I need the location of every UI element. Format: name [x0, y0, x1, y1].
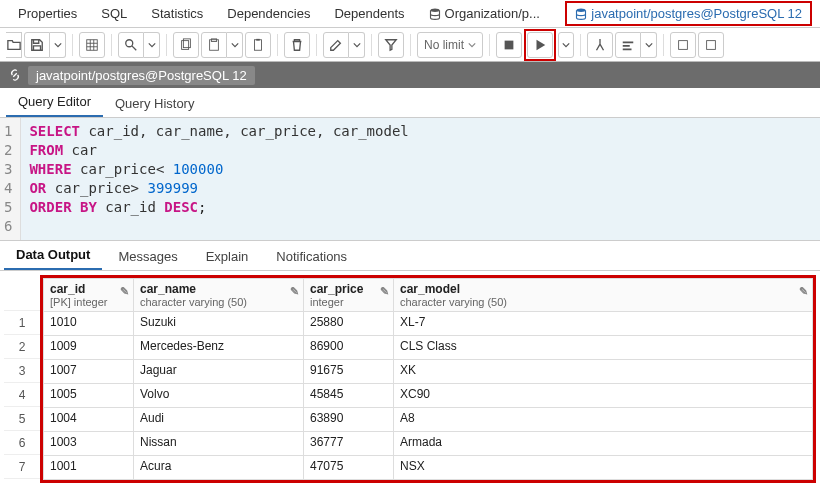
edit-icon[interactable]: ✎: [799, 285, 808, 298]
tab-properties[interactable]: Properties: [8, 1, 87, 26]
cell-car-model[interactable]: Armada: [394, 432, 813, 456]
outtab-explain[interactable]: Explain: [194, 243, 261, 270]
cell-car-id[interactable]: 1004: [44, 408, 134, 432]
subtab-query-editor[interactable]: Query Editor: [6, 88, 103, 117]
results-table[interactable]: car_id[PK] integer ✎ car_namecharacter v…: [43, 278, 813, 480]
database-icon: [429, 8, 441, 20]
output-tabs: Data Output Messages Explain Notificatio…: [0, 241, 820, 271]
clipboard-button[interactable]: [245, 32, 271, 58]
outtab-messages[interactable]: Messages: [106, 243, 189, 270]
cell-car-id[interactable]: 1007: [44, 360, 134, 384]
edit-button[interactable]: [323, 32, 349, 58]
cell-car-model[interactable]: CLS Class: [394, 336, 813, 360]
table-row[interactable]: 1003Nissan36777Armada: [44, 432, 813, 456]
cell-car-id[interactable]: 1003: [44, 432, 134, 456]
tab-dependents[interactable]: Dependents: [324, 1, 414, 26]
toolbar: No limit: [0, 28, 820, 62]
edit-icon[interactable]: ✎: [380, 285, 389, 298]
cell-car-model[interactable]: XC90: [394, 384, 813, 408]
table-row[interactable]: 1001Acura47075NSX: [44, 456, 813, 480]
database-icon: [575, 8, 587, 20]
top-tabs: Properties SQL Statistics Dependencies D…: [0, 0, 820, 28]
commit-button[interactable]: [670, 32, 696, 58]
connection-path: javatpoint/postgres@PostgreSQL 12: [28, 66, 255, 85]
cell-car-price[interactable]: 25880: [304, 312, 394, 336]
svg-point-3: [126, 39, 133, 46]
edit-dropdown[interactable]: [349, 32, 365, 58]
tab-organization[interactable]: Organization/p...: [419, 1, 550, 26]
tab-connection[interactable]: javatpoint/postgres@PostgreSQL 12: [565, 1, 812, 26]
table-row[interactable]: 1009Mercedes-Benz86900CLS Class: [44, 336, 813, 360]
open-file-button[interactable]: [6, 32, 22, 58]
explain-button[interactable]: [587, 32, 613, 58]
table-row[interactable]: 1005Volvo45845XC90: [44, 384, 813, 408]
edit-icon[interactable]: ✎: [120, 285, 129, 298]
cell-car-price[interactable]: 91675: [304, 360, 394, 384]
execute-button[interactable]: [527, 32, 553, 58]
tab-dependencies[interactable]: Dependencies: [217, 1, 320, 26]
grid-button[interactable]: [79, 32, 105, 58]
cell-car-name[interactable]: Mercedes-Benz: [134, 336, 304, 360]
svg-point-0: [430, 8, 439, 11]
cell-car-price[interactable]: 86900: [304, 336, 394, 360]
explain-dropdown[interactable]: [641, 32, 657, 58]
stop-button[interactable]: [496, 32, 522, 58]
breadcrumb: javatpoint/postgres@PostgreSQL 12: [0, 62, 820, 88]
cell-car-model[interactable]: A8: [394, 408, 813, 432]
cell-car-id[interactable]: 1001: [44, 456, 134, 480]
search-button[interactable]: [118, 32, 144, 58]
svg-point-1: [577, 8, 586, 11]
cell-car-name[interactable]: Volvo: [134, 384, 304, 408]
col-car-id[interactable]: car_id[PK] integer ✎: [44, 279, 134, 312]
cell-car-price[interactable]: 47075: [304, 456, 394, 480]
editor-subtabs: Query Editor Query History: [0, 88, 820, 118]
outtab-notifications[interactable]: Notifications: [264, 243, 359, 270]
limit-dropdown[interactable]: No limit: [417, 32, 483, 58]
save-button[interactable]: [24, 32, 50, 58]
line-gutter: 123456: [0, 118, 21, 240]
cell-car-id[interactable]: 1005: [44, 384, 134, 408]
paste-dropdown[interactable]: [227, 32, 243, 58]
svg-rect-13: [623, 48, 632, 50]
copy-button[interactable]: [173, 32, 199, 58]
cell-car-id[interactable]: 1010: [44, 312, 134, 336]
cell-car-model[interactable]: NSX: [394, 456, 813, 480]
svg-rect-8: [255, 39, 262, 50]
cell-car-name[interactable]: Acura: [134, 456, 304, 480]
filter-button[interactable]: [378, 32, 404, 58]
cell-car-price[interactable]: 45845: [304, 384, 394, 408]
cell-car-model[interactable]: XL-7: [394, 312, 813, 336]
cell-car-price[interactable]: 63890: [304, 408, 394, 432]
code-area[interactable]: SELECT car_id, car_name, car_price, car_…: [21, 118, 820, 240]
cell-car-name[interactable]: Jaguar: [134, 360, 304, 384]
cell-car-model[interactable]: XK: [394, 360, 813, 384]
paste-button[interactable]: [201, 32, 227, 58]
subtab-query-history[interactable]: Query History: [103, 90, 206, 117]
cell-car-id[interactable]: 1009: [44, 336, 134, 360]
table-row[interactable]: 1004Audi63890A8: [44, 408, 813, 432]
edit-icon[interactable]: ✎: [290, 285, 299, 298]
sql-editor[interactable]: 123456 SELECT car_id, car_name, car_pric…: [0, 118, 820, 241]
tab-statistics[interactable]: Statistics: [141, 1, 213, 26]
rollback-button[interactable]: [698, 32, 724, 58]
svg-rect-15: [707, 40, 716, 49]
col-car-model[interactable]: car_modelcharacter varying (50) ✎: [394, 279, 813, 312]
cell-car-name[interactable]: Audi: [134, 408, 304, 432]
table-row[interactable]: 1007Jaguar91675XK: [44, 360, 813, 384]
col-car-name[interactable]: car_namecharacter varying (50) ✎: [134, 279, 304, 312]
cell-car-name[interactable]: Suzuki: [134, 312, 304, 336]
svg-rect-14: [679, 40, 688, 49]
execute-dropdown[interactable]: [558, 32, 574, 58]
search-dropdown[interactable]: [144, 32, 160, 58]
cell-car-price[interactable]: 36777: [304, 432, 394, 456]
table-row[interactable]: 1010Suzuki25880XL-7: [44, 312, 813, 336]
cell-car-name[interactable]: Nissan: [134, 432, 304, 456]
explain-analyze-button[interactable]: [615, 32, 641, 58]
tab-sql[interactable]: SQL: [91, 1, 137, 26]
svg-rect-10: [505, 40, 514, 49]
save-dropdown[interactable]: [50, 32, 66, 58]
col-car-price[interactable]: car_priceinteger ✎: [304, 279, 394, 312]
outtab-data-output[interactable]: Data Output: [4, 241, 102, 270]
row-number-column: 1 2 3 4 5 6 7: [4, 275, 40, 479]
delete-button[interactable]: [284, 32, 310, 58]
